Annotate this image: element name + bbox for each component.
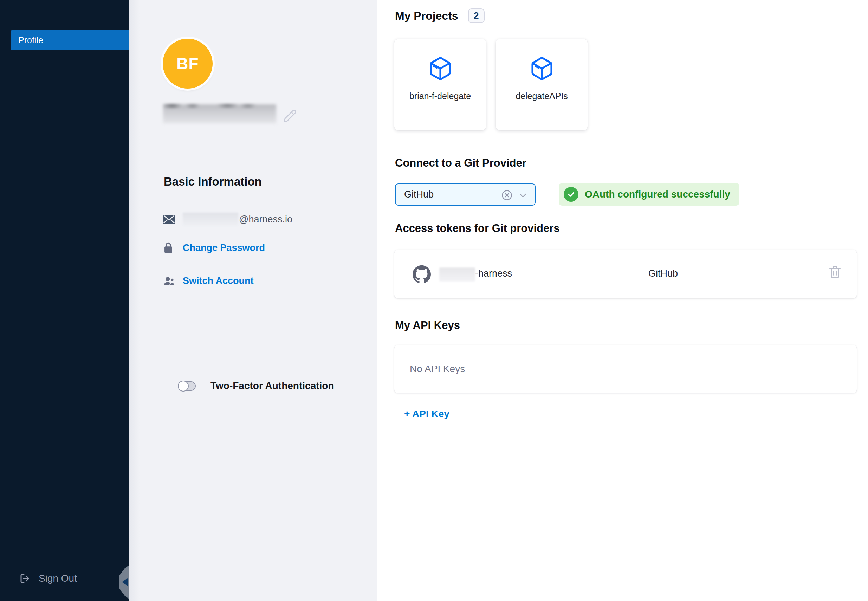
oauth-status-text: OAuth configured successfully [585, 189, 730, 200]
api-keys-heading: My API Keys [395, 319, 460, 332]
project-card-brian-f-delegate[interactable]: brian-f-delegate [394, 39, 486, 130]
project-card-delegateAPIs[interactable]: delegateAPIs [496, 39, 588, 130]
avatar: BF [163, 39, 213, 88]
project-cards: brian-f-delegate delegateAPIs [394, 39, 588, 130]
token-row: -harness GitHub [394, 250, 857, 298]
email-row: @harness.io [163, 213, 292, 226]
github-icon [413, 265, 431, 283]
sidebar: Profile Sign Out [0, 0, 129, 601]
main-content: My Projects 2 brian-f-delegate [377, 0, 868, 601]
token-name-redacted [439, 267, 475, 282]
avatar-initials: BF [177, 54, 198, 73]
sidebar-collapse-handle[interactable] [119, 565, 129, 599]
my-projects-header: My Projects 2 [395, 8, 484, 23]
sign-out-label: Sign Out [39, 573, 77, 584]
sidebar-footer-divider [0, 559, 129, 559]
user-name-redacted [163, 104, 276, 124]
token-provider: GitHub [648, 268, 678, 279]
sign-out-button[interactable]: Sign Out [20, 569, 77, 588]
token-name-suffix: -harness [475, 268, 512, 279]
sign-out-icon [20, 573, 31, 584]
toggle-knob [178, 381, 189, 392]
chevron-down-icon[interactable] [519, 192, 527, 199]
no-api-keys-text: No API Keys [394, 363, 465, 375]
collapse-arrow-icon [122, 578, 128, 586]
git-provider-select[interactable]: GitHub [395, 183, 536, 206]
two-factor-toggle[interactable] [178, 381, 196, 391]
project-cube-icon [428, 56, 453, 81]
two-factor-label: Two-Factor Authentication [210, 380, 334, 392]
projects-count-badge: 2 [468, 8, 484, 23]
change-password-row: Change Password [163, 242, 265, 254]
profile-panel: BF Basic Information @harness.io [129, 0, 377, 601]
switch-account-icon [163, 276, 183, 287]
email-icon [163, 215, 183, 224]
email-local-part-redacted [183, 213, 238, 226]
git-provider-selected-value: GitHub [404, 189, 434, 200]
api-keys-empty-card: No API Keys [394, 345, 857, 393]
success-check-icon [563, 187, 579, 202]
switch-account-link[interactable]: Switch Account [183, 276, 254, 287]
access-token-card: -harness GitHub [394, 250, 857, 298]
project-name: brian-f-delegate [410, 91, 471, 101]
git-provider-row: GitHub OAuth configured successfully [395, 183, 739, 206]
oauth-status-badge: OAuth configured successfully [559, 183, 739, 206]
edit-name-icon[interactable] [283, 109, 297, 123]
divider-above-2fa [164, 366, 365, 366]
change-password-link[interactable]: Change Password [183, 243, 265, 253]
sidebar-item-profile-label: Profile [18, 35, 43, 45]
basic-information-heading: Basic Information [164, 175, 262, 188]
add-api-key-button[interactable]: + API Key [404, 409, 449, 419]
access-tokens-heading: Access tokens for Git providers [395, 222, 560, 235]
project-name: delegateAPIs [516, 91, 568, 101]
divider-below-2fa [164, 415, 365, 415]
switch-account-row: Switch Account [163, 276, 254, 287]
sidebar-item-profile[interactable]: Profile [11, 30, 129, 50]
two-factor-row: Two-Factor Authentication [178, 380, 334, 392]
email-domain: @harness.io [239, 214, 292, 225]
my-projects-heading: My Projects [395, 9, 458, 23]
git-provider-heading: Connect to a Git Provider [395, 157, 527, 169]
project-cube-icon [529, 56, 554, 81]
lock-icon [163, 242, 183, 254]
clear-selection-icon[interactable] [501, 190, 512, 201]
profile-page: Profile Sign Out BF Basic Information [0, 0, 868, 601]
delete-token-icon[interactable] [828, 265, 841, 279]
